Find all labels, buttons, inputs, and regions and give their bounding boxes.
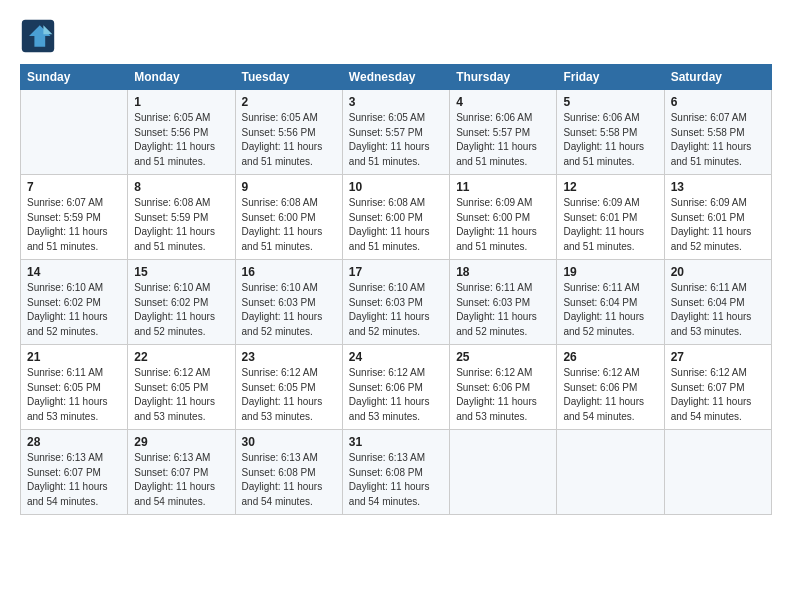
day-cell: 14Sunrise: 6:10 AM Sunset: 6:02 PM Dayli…	[21, 260, 128, 345]
day-cell: 29Sunrise: 6:13 AM Sunset: 6:07 PM Dayli…	[128, 430, 235, 515]
day-cell: 6Sunrise: 6:07 AM Sunset: 5:58 PM Daylig…	[664, 90, 771, 175]
day-number: 8	[134, 180, 228, 194]
col-header-sunday: Sunday	[21, 65, 128, 90]
day-cell: 12Sunrise: 6:09 AM Sunset: 6:01 PM Dayli…	[557, 175, 664, 260]
day-info: Sunrise: 6:13 AM Sunset: 6:08 PM Dayligh…	[349, 451, 443, 509]
day-info: Sunrise: 6:11 AM Sunset: 6:03 PM Dayligh…	[456, 281, 550, 339]
day-info: Sunrise: 6:07 AM Sunset: 5:58 PM Dayligh…	[671, 111, 765, 169]
day-cell: 1Sunrise: 6:05 AM Sunset: 5:56 PM Daylig…	[128, 90, 235, 175]
day-number: 30	[242, 435, 336, 449]
day-info: Sunrise: 6:12 AM Sunset: 6:06 PM Dayligh…	[349, 366, 443, 424]
day-number: 27	[671, 350, 765, 364]
day-info: Sunrise: 6:05 AM Sunset: 5:56 PM Dayligh…	[242, 111, 336, 169]
day-info: Sunrise: 6:12 AM Sunset: 6:05 PM Dayligh…	[242, 366, 336, 424]
day-number: 26	[563, 350, 657, 364]
logo-icon	[20, 18, 56, 54]
col-header-wednesday: Wednesday	[342, 65, 449, 90]
day-number: 20	[671, 265, 765, 279]
day-info: Sunrise: 6:10 AM Sunset: 6:03 PM Dayligh…	[349, 281, 443, 339]
day-number: 17	[349, 265, 443, 279]
day-cell: 16Sunrise: 6:10 AM Sunset: 6:03 PM Dayli…	[235, 260, 342, 345]
day-number: 1	[134, 95, 228, 109]
day-cell: 28Sunrise: 6:13 AM Sunset: 6:07 PM Dayli…	[21, 430, 128, 515]
day-cell	[450, 430, 557, 515]
day-info: Sunrise: 6:13 AM Sunset: 6:07 PM Dayligh…	[134, 451, 228, 509]
day-info: Sunrise: 6:06 AM Sunset: 5:58 PM Dayligh…	[563, 111, 657, 169]
calendar-table: SundayMondayTuesdayWednesdayThursdayFrid…	[20, 64, 772, 515]
week-row-5: 28Sunrise: 6:13 AM Sunset: 6:07 PM Dayli…	[21, 430, 772, 515]
logo	[20, 18, 60, 54]
week-row-4: 21Sunrise: 6:11 AM Sunset: 6:05 PM Dayli…	[21, 345, 772, 430]
day-number: 22	[134, 350, 228, 364]
col-header-thursday: Thursday	[450, 65, 557, 90]
day-info: Sunrise: 6:05 AM Sunset: 5:57 PM Dayligh…	[349, 111, 443, 169]
day-cell: 11Sunrise: 6:09 AM Sunset: 6:00 PM Dayli…	[450, 175, 557, 260]
day-cell: 13Sunrise: 6:09 AM Sunset: 6:01 PM Dayli…	[664, 175, 771, 260]
day-cell: 3Sunrise: 6:05 AM Sunset: 5:57 PM Daylig…	[342, 90, 449, 175]
day-info: Sunrise: 6:11 AM Sunset: 6:04 PM Dayligh…	[563, 281, 657, 339]
day-number: 13	[671, 180, 765, 194]
day-number: 12	[563, 180, 657, 194]
day-info: Sunrise: 6:09 AM Sunset: 6:01 PM Dayligh…	[563, 196, 657, 254]
day-info: Sunrise: 6:10 AM Sunset: 6:02 PM Dayligh…	[27, 281, 121, 339]
day-cell: 4Sunrise: 6:06 AM Sunset: 5:57 PM Daylig…	[450, 90, 557, 175]
day-cell: 8Sunrise: 6:08 AM Sunset: 5:59 PM Daylig…	[128, 175, 235, 260]
day-info: Sunrise: 6:11 AM Sunset: 6:04 PM Dayligh…	[671, 281, 765, 339]
day-cell: 5Sunrise: 6:06 AM Sunset: 5:58 PM Daylig…	[557, 90, 664, 175]
day-cell: 2Sunrise: 6:05 AM Sunset: 5:56 PM Daylig…	[235, 90, 342, 175]
day-cell: 26Sunrise: 6:12 AM Sunset: 6:06 PM Dayli…	[557, 345, 664, 430]
day-number: 24	[349, 350, 443, 364]
day-cell	[664, 430, 771, 515]
day-cell	[21, 90, 128, 175]
day-info: Sunrise: 6:13 AM Sunset: 6:08 PM Dayligh…	[242, 451, 336, 509]
day-number: 7	[27, 180, 121, 194]
header	[20, 18, 772, 54]
day-info: Sunrise: 6:13 AM Sunset: 6:07 PM Dayligh…	[27, 451, 121, 509]
day-cell: 15Sunrise: 6:10 AM Sunset: 6:02 PM Dayli…	[128, 260, 235, 345]
day-number: 18	[456, 265, 550, 279]
day-number: 3	[349, 95, 443, 109]
day-cell: 18Sunrise: 6:11 AM Sunset: 6:03 PM Dayli…	[450, 260, 557, 345]
day-number: 29	[134, 435, 228, 449]
day-number: 28	[27, 435, 121, 449]
day-info: Sunrise: 6:05 AM Sunset: 5:56 PM Dayligh…	[134, 111, 228, 169]
week-row-1: 1Sunrise: 6:05 AM Sunset: 5:56 PM Daylig…	[21, 90, 772, 175]
page: SundayMondayTuesdayWednesdayThursdayFrid…	[0, 0, 792, 527]
day-number: 25	[456, 350, 550, 364]
day-info: Sunrise: 6:12 AM Sunset: 6:05 PM Dayligh…	[134, 366, 228, 424]
day-info: Sunrise: 6:10 AM Sunset: 6:02 PM Dayligh…	[134, 281, 228, 339]
day-info: Sunrise: 6:12 AM Sunset: 6:06 PM Dayligh…	[563, 366, 657, 424]
day-cell: 24Sunrise: 6:12 AM Sunset: 6:06 PM Dayli…	[342, 345, 449, 430]
col-header-tuesday: Tuesday	[235, 65, 342, 90]
day-cell: 19Sunrise: 6:11 AM Sunset: 6:04 PM Dayli…	[557, 260, 664, 345]
day-number: 14	[27, 265, 121, 279]
day-info: Sunrise: 6:12 AM Sunset: 6:06 PM Dayligh…	[456, 366, 550, 424]
day-number: 2	[242, 95, 336, 109]
day-cell: 10Sunrise: 6:08 AM Sunset: 6:00 PM Dayli…	[342, 175, 449, 260]
day-number: 16	[242, 265, 336, 279]
day-cell: 7Sunrise: 6:07 AM Sunset: 5:59 PM Daylig…	[21, 175, 128, 260]
col-header-friday: Friday	[557, 65, 664, 90]
day-info: Sunrise: 6:08 AM Sunset: 5:59 PM Dayligh…	[134, 196, 228, 254]
day-cell: 17Sunrise: 6:10 AM Sunset: 6:03 PM Dayli…	[342, 260, 449, 345]
week-row-3: 14Sunrise: 6:10 AM Sunset: 6:02 PM Dayli…	[21, 260, 772, 345]
week-row-2: 7Sunrise: 6:07 AM Sunset: 5:59 PM Daylig…	[21, 175, 772, 260]
day-number: 19	[563, 265, 657, 279]
col-header-monday: Monday	[128, 65, 235, 90]
day-cell: 9Sunrise: 6:08 AM Sunset: 6:00 PM Daylig…	[235, 175, 342, 260]
day-info: Sunrise: 6:12 AM Sunset: 6:07 PM Dayligh…	[671, 366, 765, 424]
day-cell: 27Sunrise: 6:12 AM Sunset: 6:07 PM Dayli…	[664, 345, 771, 430]
day-cell: 20Sunrise: 6:11 AM Sunset: 6:04 PM Dayli…	[664, 260, 771, 345]
day-cell: 31Sunrise: 6:13 AM Sunset: 6:08 PM Dayli…	[342, 430, 449, 515]
day-number: 31	[349, 435, 443, 449]
day-info: Sunrise: 6:09 AM Sunset: 6:01 PM Dayligh…	[671, 196, 765, 254]
day-info: Sunrise: 6:11 AM Sunset: 6:05 PM Dayligh…	[27, 366, 121, 424]
day-number: 23	[242, 350, 336, 364]
day-cell: 23Sunrise: 6:12 AM Sunset: 6:05 PM Dayli…	[235, 345, 342, 430]
day-info: Sunrise: 6:09 AM Sunset: 6:00 PM Dayligh…	[456, 196, 550, 254]
day-number: 4	[456, 95, 550, 109]
day-cell: 30Sunrise: 6:13 AM Sunset: 6:08 PM Dayli…	[235, 430, 342, 515]
day-number: 15	[134, 265, 228, 279]
day-number: 6	[671, 95, 765, 109]
day-info: Sunrise: 6:10 AM Sunset: 6:03 PM Dayligh…	[242, 281, 336, 339]
